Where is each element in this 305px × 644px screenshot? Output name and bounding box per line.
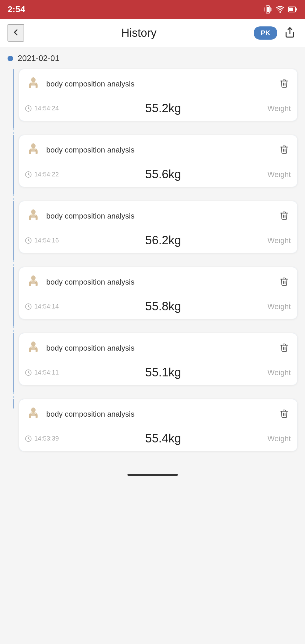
card-top: body composition analysis	[19, 399, 297, 427]
time-wrapper: 14:54:16	[25, 237, 59, 244]
status-time: 2:54	[8, 4, 25, 14]
trash-icon	[280, 277, 289, 286]
svg-point-13	[31, 143, 36, 148]
card-bottom: 14:54:16 56.2kg Weight	[19, 229, 297, 253]
body-icon	[25, 340, 42, 357]
record-row: body composition analysis 14:54:11	[8, 333, 297, 392]
card-bottom: 14:54:24 55.2kg Weight	[19, 97, 297, 121]
date-dot	[8, 56, 13, 61]
body-icon	[25, 406, 42, 423]
status-icons	[263, 5, 297, 14]
record-row: body composition analysis 14:54:14	[8, 267, 297, 326]
record-value: 55.6kg	[63, 168, 263, 181]
home-bar	[127, 474, 178, 476]
body-icon	[25, 142, 42, 158]
card-title: body composition analysis	[46, 278, 273, 286]
card-bottom: 14:53:39 55.4kg Weight	[19, 427, 297, 451]
content: 2021-02-01	[0, 47, 305, 471]
record-row: body composition analysis 14:53:39	[8, 399, 297, 458]
record-time: 14:54:24	[34, 105, 59, 112]
record-row: body composition analysis 14:54:16	[8, 201, 297, 260]
svg-point-11	[31, 77, 36, 82]
card-bottom: 14:54:11 55.1kg Weight	[19, 361, 297, 385]
body-composition-icon	[25, 274, 41, 290]
vibrate-icon	[263, 5, 272, 14]
record-card: body composition analysis 14:53:39	[19, 399, 297, 451]
date-row: 2021-02-01	[8, 53, 297, 63]
time-wrapper: 14:54:22	[25, 171, 59, 178]
body-composition-icon	[25, 142, 41, 158]
delete-button[interactable]	[278, 407, 291, 421]
header: History PK	[0, 19, 305, 47]
svg-point-15	[31, 209, 36, 214]
record-card: body composition analysis 14:54:14	[19, 267, 297, 319]
delete-button[interactable]	[278, 341, 291, 355]
card-top: body composition analysis	[19, 135, 297, 163]
home-indicator	[0, 471, 305, 481]
trash-icon	[280, 145, 289, 154]
card-title: body composition analysis	[46, 80, 273, 88]
card-bottom: 14:54:22 55.6kg Weight	[19, 163, 297, 187]
svg-point-6	[280, 12, 281, 13]
record-value: 55.2kg	[63, 102, 263, 115]
time-wrapper: 14:54:14	[25, 303, 59, 310]
trash-icon	[280, 343, 289, 352]
status-bar: 2:54	[0, 0, 305, 19]
clock-icon	[25, 171, 32, 178]
header-actions: PK	[254, 25, 297, 41]
delete-button[interactable]	[278, 143, 291, 157]
record-row: body composition analysis 14:54:22	[8, 135, 297, 194]
body-composition-icon	[25, 406, 41, 422]
record-time: 14:53:39	[34, 435, 59, 442]
share-icon	[284, 27, 296, 38]
body-composition-icon	[25, 340, 41, 356]
record-value: 56.2kg	[63, 234, 263, 247]
back-button[interactable]	[8, 24, 24, 42]
card-top: body composition analysis	[19, 333, 297, 361]
share-button[interactable]	[282, 25, 297, 41]
record-unit: Weight	[268, 104, 291, 113]
clock-icon	[25, 303, 32, 310]
record-unit: Weight	[268, 434, 291, 443]
wifi-icon	[275, 5, 285, 14]
card-top: body composition analysis	[19, 201, 297, 229]
time-wrapper: 14:54:24	[25, 105, 59, 112]
body-composition-icon	[25, 76, 41, 92]
svg-rect-4	[264, 8, 264, 11]
trash-icon	[280, 79, 289, 88]
card-top: body composition analysis	[19, 69, 297, 97]
record-card: body composition analysis 14:54:24	[19, 69, 297, 121]
body-icon	[25, 208, 42, 225]
time-wrapper: 14:54:11	[25, 369, 59, 376]
svg-point-17	[31, 275, 36, 280]
record-value: 55.8kg	[63, 300, 263, 313]
page-title: History	[121, 26, 156, 40]
record-card: body composition analysis 14:54:16	[19, 201, 297, 253]
svg-rect-2	[265, 7, 265, 12]
svg-rect-8	[289, 8, 293, 11]
pk-button[interactable]: PK	[254, 26, 277, 40]
record-time: 14:54:14	[34, 303, 59, 310]
record-row: body composition analysis 14:54:24	[8, 69, 297, 128]
record-time: 14:54:11	[34, 369, 59, 376]
body-icon	[25, 274, 42, 291]
delete-button[interactable]	[278, 275, 291, 289]
card-title: body composition analysis	[46, 344, 273, 353]
clock-icon	[25, 105, 32, 112]
record-card: body composition analysis 14:54:22	[19, 135, 297, 187]
card-title: body composition analysis	[46, 146, 273, 154]
record-value: 55.4kg	[63, 432, 263, 445]
svg-point-21	[31, 408, 36, 413]
svg-rect-3	[270, 7, 271, 12]
body-composition-icon	[25, 208, 41, 224]
battery-icon	[288, 5, 297, 14]
svg-rect-9	[296, 8, 297, 11]
record-time: 14:54:16	[34, 237, 59, 244]
delete-button[interactable]	[278, 209, 291, 223]
record-unit: Weight	[268, 302, 291, 311]
record-value: 55.1kg	[63, 366, 263, 379]
delete-button[interactable]	[278, 77, 291, 91]
card-top: body composition analysis	[19, 267, 297, 295]
clock-icon	[25, 237, 32, 244]
record-unit: Weight	[268, 368, 291, 377]
